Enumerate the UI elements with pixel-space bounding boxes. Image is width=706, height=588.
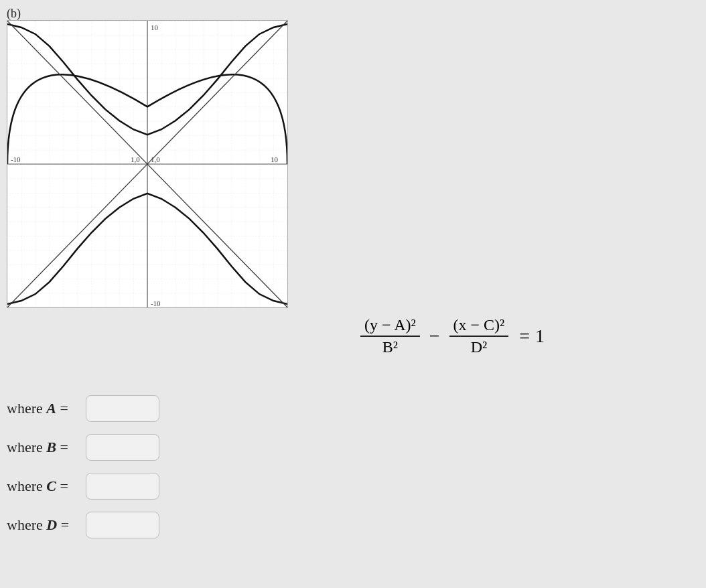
label-a: where A = (7, 400, 80, 417)
label-c: where C = (7, 477, 80, 495)
denominator-right: D² (467, 337, 492, 358)
input-b[interactable] (86, 434, 159, 461)
equals-sign: = (519, 325, 530, 347)
fraction-left: (y − A)² B² (360, 315, 420, 358)
x-axis-right-label: 10 (271, 155, 278, 163)
formula-display: (y − A)² B² − (x − C)² D² = 1 (355, 315, 545, 358)
input-row-a: where A = (7, 395, 159, 422)
input-c[interactable] (86, 473, 159, 500)
graph-svg: -10 10 10 -10 1,0 1,0 (7, 21, 287, 307)
graph-container: -10 10 10 -10 1,0 1,0 (7, 20, 288, 308)
inputs-area: where A = where B = where C = where D = (7, 395, 159, 550)
input-row-c: where C = (7, 473, 159, 500)
y-axis-top-label: 10 (151, 23, 158, 31)
formula-one: 1 (535, 325, 545, 347)
y-axis-center-label: 1,0 (131, 155, 140, 163)
y-axis-bottom-label: -10 (151, 299, 161, 307)
x-axis-left-label: -10 (11, 155, 21, 163)
section-label: (b) (7, 7, 21, 21)
denominator-left: B² (378, 337, 402, 358)
label-d: where D = (7, 516, 80, 534)
minus-sign: − (429, 325, 440, 347)
input-a[interactable] (86, 395, 159, 422)
input-row-b: where B = (7, 434, 159, 461)
numerator-right: (x − C)² (449, 315, 509, 337)
numerator-left: (y − A)² (360, 315, 420, 337)
input-d[interactable] (86, 512, 159, 538)
label-b-input: where B = (7, 439, 80, 456)
fraction-right: (x − C)² D² (449, 315, 509, 358)
input-row-d: where D = (7, 512, 159, 538)
